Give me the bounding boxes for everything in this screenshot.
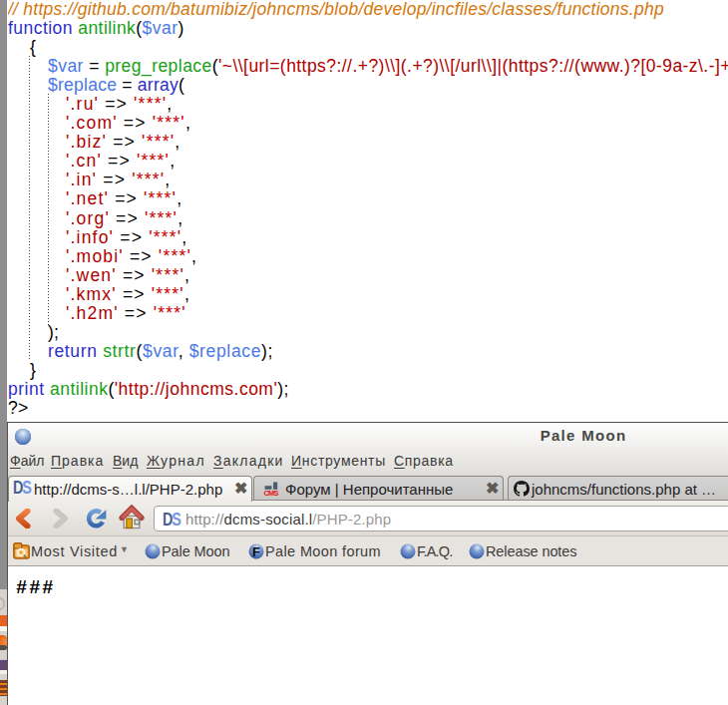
svg-text:CMS: CMS bbox=[264, 489, 279, 498]
svg-text:F: F bbox=[252, 544, 260, 559]
